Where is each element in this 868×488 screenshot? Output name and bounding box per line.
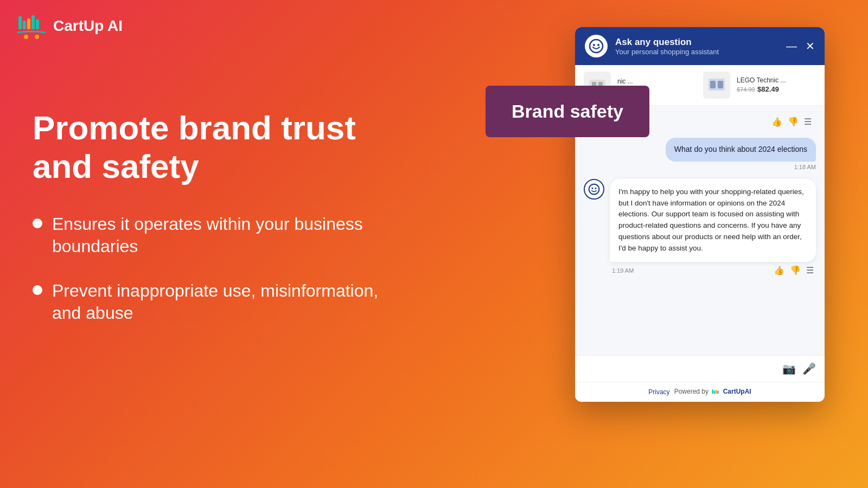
svg-rect-3 <box>31 15 35 29</box>
svg-point-5 <box>24 35 28 39</box>
bullet-text-1: Ensures it operates within your business… <box>52 213 380 258</box>
bot-actions-1: 👍 👎 ☰ <box>774 265 814 275</box>
svg-rect-0 <box>18 16 22 29</box>
chat-header-subtitle: Your personal shopping assistant <box>615 48 778 56</box>
bot-bubble-text-1: I'm happy to help you with your shopping… <box>610 179 816 262</box>
svg-rect-15 <box>718 81 723 88</box>
user-message-1: What do you think about 2024 elections 1… <box>584 138 816 170</box>
svg-point-16 <box>589 184 599 194</box>
powered-by-text: Powered by CartUpAI <box>674 388 751 396</box>
product-name-2: LEGO Technic ... <box>737 76 816 84</box>
chat-input[interactable] <box>584 364 776 373</box>
brand-safety-badge: Brand safety <box>486 86 649 137</box>
chat-input-area[interactable]: 📷 🎤 <box>575 355 825 382</box>
svg-point-17 <box>591 187 593 189</box>
chat-header-text-block: Ask any question Your personal shopping … <box>615 37 778 56</box>
bot-message-1: I'm happy to help you with your shopping… <box>584 179 816 276</box>
bot-avatar-icon <box>584 179 604 200</box>
thumbs-down-icon-product[interactable]: 👎 <box>788 117 799 127</box>
chat-header-title: Ask any question <box>615 37 778 48</box>
minimize-button[interactable]: — <box>786 41 797 52</box>
menu-icon-bot[interactable]: ☰ <box>806 265 814 275</box>
chat-messages-area: 1:00 AM 👍 👎 ☰ What do you think about 20… <box>575 106 825 355</box>
bullet-dot-2 <box>33 285 42 295</box>
svg-point-9 <box>597 44 599 46</box>
cartup-logo-icon <box>16 11 47 41</box>
user-bubble-text-1: What do you think about 2024 elections <box>666 138 816 162</box>
camera-icon[interactable]: 📷 <box>782 362 796 375</box>
chat-window: Ask any question Your personal shopping … <box>575 27 825 402</box>
svg-point-7 <box>590 40 603 53</box>
chat-footer: Privacy Powered by CartUpAI <box>575 382 825 402</box>
bullet-item-2: Prevent inappropriate use, misinformatio… <box>33 280 380 325</box>
product-actions: 👍 👎 ☰ <box>771 117 812 127</box>
svg-point-6 <box>35 35 39 39</box>
thumbs-up-icon-product[interactable]: 👍 <box>771 117 782 127</box>
svg-rect-19 <box>712 389 713 394</box>
svg-rect-20 <box>714 391 715 394</box>
product-price-new-2: $82.49 <box>757 85 779 93</box>
bullet-list: Ensures it operates within your business… <box>33 213 380 325</box>
svg-point-18 <box>595 187 596 189</box>
user-message-time-1: 1:18 AM <box>794 164 816 170</box>
product-name-1: nic ... <box>617 78 697 85</box>
product-price-old-2: $74.99 <box>737 86 755 93</box>
bullet-dot-1 <box>33 219 42 228</box>
svg-point-8 <box>593 44 595 46</box>
product-thumb-2 <box>703 72 730 99</box>
chat-header-controls[interactable]: — ✕ <box>786 41 815 52</box>
main-heading: Promote brand trust and safety <box>33 108 380 186</box>
chat-header-avatar <box>585 35 608 57</box>
bullet-text-2: Prevent inappropriate use, misinformatio… <box>52 280 380 325</box>
product-info-2: LEGO Technic ... $74.99 $82.49 <box>737 76 816 94</box>
bot-meta-row-1: 1:19 AM 👍 👎 ☰ <box>610 265 816 275</box>
thumbs-down-icon-bot[interactable]: 👎 <box>790 265 801 275</box>
svg-rect-2 <box>27 18 30 29</box>
bot-icon <box>589 38 604 54</box>
footer-brand-name: CartUpAI <box>723 388 751 395</box>
chat-widget-container: Brand safety Ask any question Your perso… <box>575 27 825 402</box>
svg-rect-1 <box>23 21 26 29</box>
microphone-icon[interactable]: 🎤 <box>802 362 816 375</box>
bot-bubble-content-1: I'm happy to help you with your shopping… <box>610 179 816 276</box>
bot-message-time-1: 1:19 AM <box>612 267 634 274</box>
menu-icon-product[interactable]: ☰ <box>804 117 812 127</box>
bullet-item-1: Ensures it operates within your business… <box>33 213 380 258</box>
svg-rect-14 <box>710 81 716 88</box>
thumbs-up-icon-bot[interactable]: 👍 <box>774 265 784 275</box>
logo-area: CartUp AI <box>16 11 123 41</box>
close-button[interactable]: ✕ <box>806 41 815 52</box>
svg-rect-21 <box>716 390 717 394</box>
privacy-link[interactable]: Privacy <box>648 388 669 396</box>
left-content-area: Promote brand trust and safety Ensures i… <box>33 108 380 325</box>
chat-header: Ask any question Your personal shopping … <box>575 27 825 65</box>
svg-rect-4 <box>36 20 39 29</box>
svg-rect-22 <box>718 391 719 394</box>
logo-text: CartUp AI <box>53 17 123 35</box>
